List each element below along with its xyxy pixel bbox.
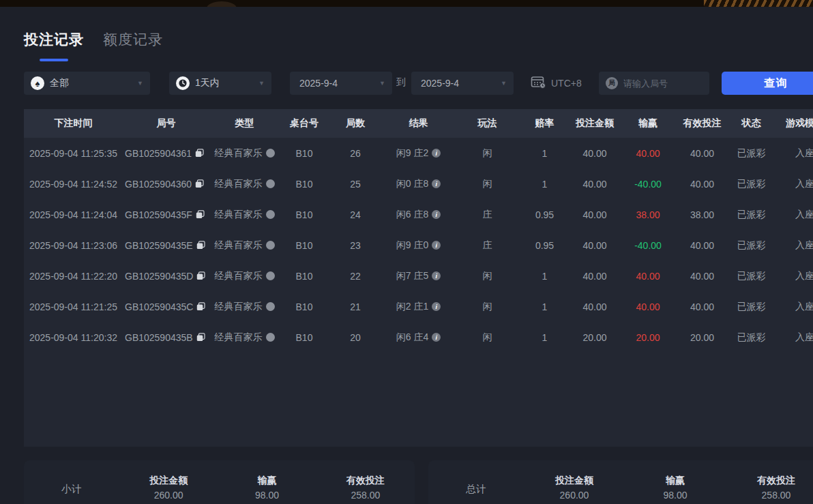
chevron-down-icon: ▼ xyxy=(258,80,265,87)
round-id-text: GB102590435B xyxy=(125,332,193,343)
game-type-text: 经典百家乐 xyxy=(215,178,263,190)
info-icon[interactable]: i xyxy=(432,179,441,188)
cell-status: 已派彩 xyxy=(728,199,774,230)
cell-bet-amount: 20.00 xyxy=(570,322,620,353)
calendar-clock-icon xyxy=(531,75,546,91)
chevron-down-icon: ▼ xyxy=(379,80,385,87)
result-text: 闲6 庄8 xyxy=(396,209,428,221)
subtotal-bet-amount: 投注金额 260.00 xyxy=(119,475,218,501)
cell-play-type: 庄 xyxy=(455,230,520,261)
cell-table-no: B10 xyxy=(280,322,329,353)
column-header: 桌台号 xyxy=(280,109,329,138)
round-id-text: GB102590435F xyxy=(125,209,192,220)
game-type-text: 经典百家乐 xyxy=(215,147,263,160)
round-id-text: GB102590435C xyxy=(125,301,193,312)
cell-win-loss: 38.00 xyxy=(620,199,676,230)
cell-status: 已派彩 xyxy=(728,261,774,291)
column-header: 输赢 xyxy=(620,109,676,138)
result-text: 闲7 庄5 xyxy=(396,270,428,282)
subtotal-bar: 小计 投注金额 260.00 输赢 98.00 有效投注 258.00 xyxy=(24,460,415,504)
cell-play-type: 闲 xyxy=(455,261,520,291)
cell-game-mode: 入座 xyxy=(774,230,813,261)
date-to-dropdown[interactable]: 2025-9-4 ▼ xyxy=(411,72,514,95)
records-panel: 投注记录 额度记录 ♠ 全部 ▼ 1天内 ▼ 2025-9- xyxy=(0,7,813,504)
column-header: 赔率 xyxy=(520,109,570,138)
cell-game-type: 经典百家乐 xyxy=(209,322,280,353)
game-type-text: 经典百家乐 xyxy=(215,301,263,313)
copy-icon[interactable] xyxy=(196,302,205,311)
cell-status: 已派彩 xyxy=(728,138,774,168)
copy-icon[interactable] xyxy=(196,210,205,219)
filter-bar: ♠ 全部 ▼ 1天内 ▼ 2025-9-4 ▼ 到 2025-9-4 ▼ xyxy=(0,72,813,95)
info-icon[interactable]: i xyxy=(432,271,441,280)
game-type-text: 经典百家乐 xyxy=(215,270,263,282)
cell-odds: 1 xyxy=(520,291,570,322)
game-type-text: 经典百家乐 xyxy=(215,331,263,344)
game-type-status-icon xyxy=(266,210,275,219)
info-icon[interactable]: i xyxy=(432,210,441,219)
cell-game-mode: 入座 xyxy=(774,261,813,291)
records-table: 下注时间局号类型桌台号局数结果玩法赔率投注金额输赢有效投注状态游戏模式 2025… xyxy=(24,109,813,447)
tab-betting-records[interactable]: 投注记录 xyxy=(24,30,84,61)
tab-quota-records[interactable]: 额度记录 xyxy=(103,30,163,61)
cell-valid-bet: 40.00 xyxy=(676,138,728,168)
result-text: 闲2 庄1 xyxy=(396,301,428,313)
cell-game-type: 经典百家乐 xyxy=(209,199,280,230)
info-icon[interactable]: i xyxy=(432,241,441,250)
date-from-dropdown[interactable]: 2025-9-4 ▼ xyxy=(290,72,392,95)
chevron-down-icon: ▼ xyxy=(137,80,143,87)
game-type-status-icon xyxy=(266,179,275,188)
cell-bet-time: 2025-09-04 11:23:06 xyxy=(24,230,123,261)
cell-play-type: 闲 xyxy=(455,168,520,199)
query-button[interactable]: 查询 xyxy=(722,72,813,95)
round-id-text: GB1025904361 xyxy=(125,148,192,159)
subtotal-valid-bet: 有效投注 258.00 xyxy=(316,475,415,501)
game-type-status-icon xyxy=(266,333,275,342)
table-row: 2025-09-04 11:23:06 GB102590435E 经典百家乐 B… xyxy=(24,230,813,261)
cell-status: 已派彩 xyxy=(728,322,774,353)
cell-valid-bet: 38.00 xyxy=(676,199,728,230)
cell-round-id: GB1025904361 xyxy=(123,138,209,168)
cell-round-id: GB102590435B xyxy=(123,322,209,353)
cell-win-loss: 40.00 xyxy=(620,138,676,168)
copy-icon[interactable] xyxy=(195,179,204,188)
table-row: 2025-09-04 11:24:04 GB102590435F 经典百家乐 B… xyxy=(24,199,813,230)
time-range-value: 1天内 xyxy=(195,77,220,89)
copy-icon[interactable] xyxy=(195,149,204,158)
cell-table-no: B10 xyxy=(280,199,329,230)
copy-icon[interactable] xyxy=(196,333,205,342)
info-icon[interactable]: i xyxy=(432,333,441,342)
cell-odds: 1 xyxy=(520,168,570,199)
table-body: 2025-09-04 11:25:35 GB1025904361 经典百家乐 B… xyxy=(24,138,813,353)
cell-play-type: 闲 xyxy=(455,322,520,353)
column-header: 游戏模式 xyxy=(774,109,813,138)
table-row: 2025-09-04 11:25:35 GB1025904361 经典百家乐 B… xyxy=(24,138,813,168)
cell-play-type: 闲 xyxy=(455,291,520,322)
copy-icon[interactable] xyxy=(196,271,205,280)
cell-round-id: GB102590435F xyxy=(123,199,209,230)
timezone-indicator: UTC+8 xyxy=(531,75,582,91)
info-icon[interactable]: i xyxy=(432,149,441,158)
column-header: 投注金额 xyxy=(570,109,620,138)
cell-game-type: 经典百家乐 xyxy=(209,291,280,322)
cell-result: 闲9 庄2 i xyxy=(382,138,455,168)
game-type-text: 经典百家乐 xyxy=(215,239,263,252)
column-header: 玩法 xyxy=(455,109,520,138)
cell-valid-bet: 20.00 xyxy=(676,322,728,353)
chevron-down-icon: ▼ xyxy=(501,80,507,87)
cell-round-id: GB102590435C xyxy=(123,291,209,322)
cell-valid-bet: 40.00 xyxy=(676,168,728,199)
cell-win-loss: 20.00 xyxy=(620,322,676,353)
round-number-icon: 局 xyxy=(606,77,618,89)
cell-game-type: 经典百家乐 xyxy=(209,138,280,168)
time-range-dropdown[interactable]: 1天内 ▼ xyxy=(169,72,271,95)
betting-records-window: 投注记录 额度记录 ♠ 全部 ▼ 1天内 ▼ 2025-9- xyxy=(0,0,813,504)
game-type-dropdown[interactable]: ♠ 全部 ▼ xyxy=(24,72,150,95)
game-type-status-icon xyxy=(266,241,275,250)
cell-result: 闲0 庄8 i xyxy=(382,168,455,199)
info-icon[interactable]: i xyxy=(432,302,441,311)
table-row: 2025-09-04 11:24:52 GB1025904360 经典百家乐 B… xyxy=(24,168,813,199)
cell-bet-amount: 40.00 xyxy=(570,168,620,199)
copy-icon[interactable] xyxy=(196,241,205,250)
column-header: 下注时间 xyxy=(24,109,123,138)
